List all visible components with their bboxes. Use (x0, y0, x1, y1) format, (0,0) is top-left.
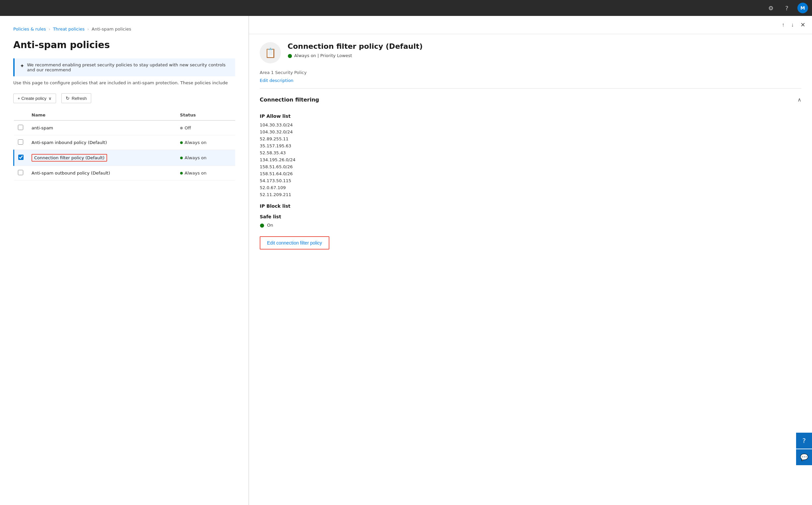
panel-header-bar: ↑ ↓ ✕ (249, 16, 812, 34)
status-text: Always on (185, 140, 207, 145)
policy-checkbox[interactable] (18, 125, 23, 130)
help-icon[interactable]: ? (782, 3, 792, 13)
ip-allow-label: IP Allow list (260, 114, 801, 119)
side-help-button[interactable]: ? (796, 433, 812, 449)
ip-allow-entry: 35.157.195.63 (260, 142, 801, 149)
create-policy-label: + Create policy (18, 96, 46, 101)
topbar: ⚙ ? M (0, 0, 812, 16)
refresh-icon: ↻ (66, 96, 70, 101)
right-panel: ↑ ↓ ✕ 📋 Connection filter policy (Defaul… (249, 16, 812, 505)
panel-title-info: Connection filter policy (Default) ● Alw… (287, 42, 801, 59)
status-dot (180, 172, 183, 175)
main-layout: Policies & rules › Threat policies › Ant… (0, 16, 812, 505)
connection-filtering-section-header[interactable]: Connection filtering ∧ (260, 94, 801, 106)
status-cell: Always on (176, 166, 235, 180)
toolbar: + Create policy ∨ ↻ Refresh (13, 93, 235, 103)
panel-main-title: Connection filter policy (Default) (287, 42, 801, 50)
ip-allow-entry: 52.58.35.43 (260, 149, 801, 156)
page-title: Anti-spam policies (13, 39, 235, 50)
panel-status-text: Always on | Priority Lowest (294, 53, 352, 58)
ip-block-label: IP Block list (260, 203, 801, 209)
ip-allow-entry: 104.30.32.0/24 (260, 128, 801, 135)
breadcrumb-current: Anti-spam policies (91, 26, 131, 31)
status-dot (180, 141, 183, 144)
panel-divider (260, 88, 801, 89)
subtitle-text: Use this page to configure policies that… (13, 80, 235, 85)
policy-checkbox[interactable] (18, 170, 23, 175)
col-name: Name (27, 110, 176, 121)
breadcrumb-sep-1: › (48, 26, 50, 31)
section-chevron-icon: ∧ (797, 97, 801, 103)
status-dot (180, 127, 183, 129)
panel-title-row: 📋 Connection filter policy (Default) ● A… (260, 42, 801, 63)
avatar[interactable]: M (797, 3, 808, 13)
policy-table: Name Status anti-spamOffAnti-spam inboun… (13, 110, 235, 180)
ip-allow-entry: 158.51.64.0/26 (260, 170, 801, 177)
ip-allow-list: 104.30.33.0/24104.30.32.0/2452.89.255.11… (260, 122, 801, 198)
breadcrumb: Policies & rules › Threat policies › Ant… (13, 26, 235, 31)
ip-allow-entry: 52.11.209.211 (260, 191, 801, 198)
create-policy-button[interactable]: + Create policy ∨ (13, 94, 56, 103)
side-chat-button[interactable]: 💬 (796, 449, 812, 465)
ip-allow-entry: 158.51.65.0/26 (260, 163, 801, 170)
create-dropdown-icon: ∨ (48, 96, 52, 101)
section-content: IP Allow list 104.30.33.0/24104.30.32.0/… (260, 106, 801, 252)
settings-icon[interactable]: ⚙ (766, 3, 776, 13)
panel-up-button[interactable]: ↑ (781, 21, 786, 29)
breadcrumb-sep-2: › (87, 26, 89, 31)
safe-list-status: On (267, 223, 273, 227)
banner-text: We recommend enabling preset security po… (27, 62, 230, 72)
panel-description: Area 1 Security Policy (260, 70, 801, 75)
policy-name: Anti-spam inbound policy (Default) (27, 135, 176, 150)
col-checkbox (14, 110, 28, 121)
left-panel: Policies & rules › Threat policies › Ant… (0, 16, 249, 505)
table-row[interactable]: anti-spamOff (14, 121, 235, 135)
safe-list-dot: ● (260, 222, 264, 228)
status-text: Off (185, 126, 191, 130)
status-text: Always on (185, 155, 207, 160)
panel-content: 📋 Connection filter policy (Default) ● A… (249, 34, 812, 260)
status-cell: Always on (176, 135, 235, 150)
panel-policy-icon: 📋 (260, 42, 281, 63)
status-cell: Always on (176, 150, 235, 166)
panel-status-dot: ● (287, 52, 292, 59)
ip-allow-entry: 104.30.33.0/24 (260, 122, 801, 128)
refresh-button[interactable]: ↻ Refresh (61, 93, 91, 103)
breadcrumb-policies-rules[interactable]: Policies & rules (13, 26, 46, 31)
table-row[interactable]: Anti-spam outbound policy (Default)Alway… (14, 166, 235, 180)
policy-checkbox[interactable] (18, 155, 24, 160)
breadcrumb-threat-policies[interactable]: Threat policies (53, 26, 84, 31)
col-status: Status (176, 110, 235, 121)
status-dot (180, 157, 183, 159)
table-row[interactable]: Connection filter policy (Default)Always… (14, 150, 235, 166)
edit-connection-filter-policy-button[interactable]: Edit connection filter policy (260, 236, 330, 249)
side-actions: ? 💬 (796, 433, 812, 465)
table-row[interactable]: Anti-spam inbound policy (Default)Always… (14, 135, 235, 150)
ip-allow-entry: 52.89.255.11 (260, 135, 801, 142)
policy-name: anti-spam (27, 121, 176, 135)
panel-down-button[interactable]: ↓ (790, 21, 795, 29)
ip-allow-entry: 52.0.67.109 (260, 184, 801, 191)
section-title: Connection filtering (260, 97, 319, 103)
policy-checkbox[interactable] (18, 139, 23, 145)
info-banner: ✦ We recommend enabling preset security … (13, 58, 235, 76)
info-icon: ✦ (20, 63, 24, 69)
policy-name: Connection filter policy (Default) (31, 154, 107, 162)
edit-description-link[interactable]: Edit description (260, 78, 293, 83)
status-text: Always on (185, 171, 207, 176)
status-cell: Off (176, 121, 235, 135)
safe-list-label: Safe list (260, 214, 801, 219)
panel-status-row: ● Always on | Priority Lowest (287, 52, 801, 59)
refresh-label: Refresh (72, 96, 87, 101)
policy-name: Anti-spam outbound policy (Default) (27, 166, 176, 180)
panel-close-button[interactable]: ✕ (799, 20, 807, 30)
ip-allow-entry: 134.195.26.0/24 (260, 156, 801, 163)
safe-list-row: ● On (260, 222, 801, 228)
ip-allow-entry: 54.173.50.115 (260, 177, 801, 184)
